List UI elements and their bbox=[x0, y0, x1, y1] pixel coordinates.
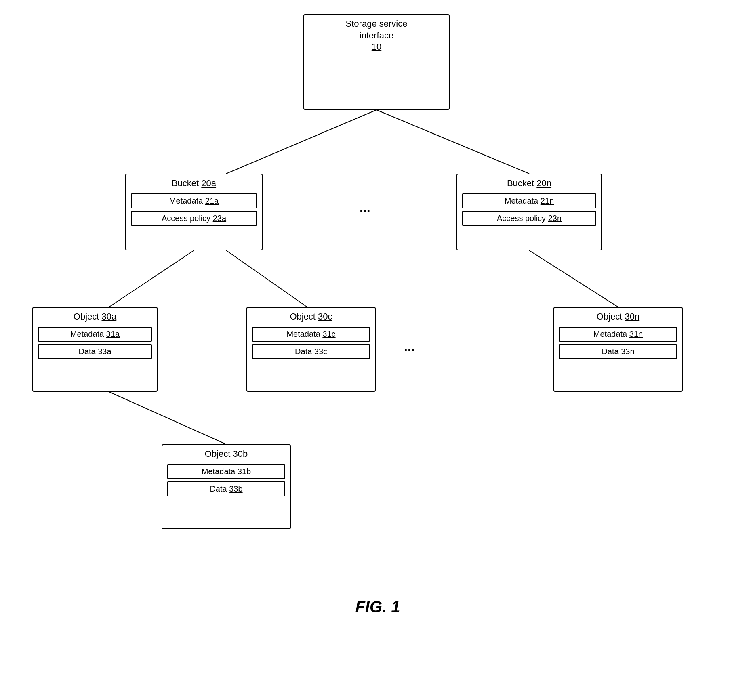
object-30a-data: Data 33a bbox=[38, 344, 152, 359]
figure-label: FIG. 1 bbox=[307, 598, 448, 616]
svg-line-4 bbox=[529, 250, 618, 307]
storage-service-node: Storage service interface 10 bbox=[303, 14, 450, 110]
object-30b-metadata: Metadata 31b bbox=[167, 464, 285, 479]
object-30n-data: Data 33n bbox=[559, 344, 677, 359]
bucket-20a-title: Bucket 20a bbox=[126, 174, 262, 191]
bucket-20a-node: Bucket 20a Metadata 21a Access policy 23… bbox=[125, 174, 263, 250]
svg-line-2 bbox=[109, 250, 194, 307]
object-30n-metadata: Metadata 31n bbox=[559, 327, 677, 342]
object-30n-title: Object 30n bbox=[554, 308, 682, 324]
object-30a-metadata: Metadata 31a bbox=[38, 327, 152, 342]
object-30b-data: Data 33b bbox=[167, 481, 285, 496]
ellipsis-buckets: ... bbox=[360, 200, 370, 215]
object-30a-node: Object 30a Metadata 31a Data 33a bbox=[32, 307, 158, 392]
bucket-20a-metadata: Metadata 21a bbox=[131, 193, 257, 208]
bucket-20n-access: Access policy 23n bbox=[462, 211, 596, 226]
storage-service-title: Storage service interface 10 bbox=[304, 15, 449, 55]
object-30a-title: Object 30a bbox=[33, 308, 157, 324]
object-30c-metadata: Metadata 31c bbox=[252, 327, 370, 342]
object-30b-node: Object 30b Metadata 31b Data 33b bbox=[162, 444, 291, 529]
ellipsis-objects: ... bbox=[404, 339, 415, 354]
svg-line-0 bbox=[226, 110, 376, 174]
svg-line-3 bbox=[226, 250, 307, 307]
bucket-20a-access: Access policy 23a bbox=[131, 211, 257, 226]
diagram: Storage service interface 10 Bucket 20a … bbox=[0, 0, 753, 700]
svg-line-5 bbox=[109, 392, 226, 444]
bucket-20n-title: Bucket 20n bbox=[457, 174, 601, 191]
object-30b-title: Object 30b bbox=[162, 445, 290, 462]
object-30n-node: Object 30n Metadata 31n Data 33n bbox=[553, 307, 683, 392]
object-30c-title: Object 30c bbox=[247, 308, 375, 324]
object-30c-data: Data 33c bbox=[252, 344, 370, 359]
svg-line-1 bbox=[376, 110, 529, 174]
bucket-20n-metadata: Metadata 21n bbox=[462, 193, 596, 208]
object-30c-node: Object 30c Metadata 31c Data 33c bbox=[246, 307, 376, 392]
bucket-20n-node: Bucket 20n Metadata 21n Access policy 23… bbox=[456, 174, 602, 250]
